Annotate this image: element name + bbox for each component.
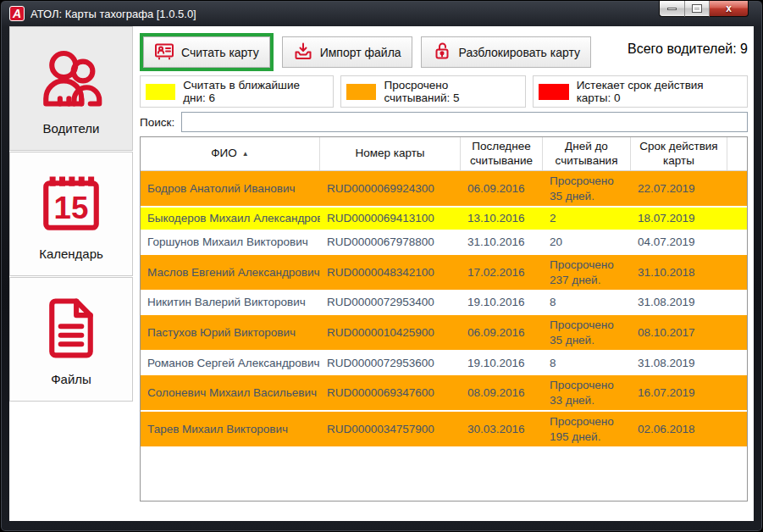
column-header-last-read[interactable]: Последнее считывание: [461, 137, 543, 170]
cell-last: 31.10.2016: [461, 231, 543, 253]
cell-expiry: 22.07.2019: [631, 171, 727, 206]
sidebar-item-calendar[interactable]: 15 Календарь: [9, 152, 133, 276]
search-bar: Поиск:: [140, 112, 748, 132]
column-header-card[interactable]: Номер карты: [320, 137, 461, 170]
cell-filler: [727, 231, 747, 253]
cell-expiry: 31.10.2018: [631, 255, 727, 290]
id-card-icon: [154, 41, 174, 64]
legend: Считать в ближайшие дни: 6 Просрочено сч…: [140, 75, 748, 108]
sort-asc-icon: ▲: [242, 150, 249, 158]
table-row[interactable]: Пастухов Юрий ВикторовичRUD0000010425900…: [141, 315, 747, 350]
cell-filler: [727, 291, 747, 313]
import-icon: [293, 41, 313, 64]
drivers-icon: [36, 42, 107, 116]
unlock-card-button[interactable]: Разблокировать карту: [421, 36, 591, 68]
cell-last: 06.09.2016: [461, 315, 543, 350]
document-icon: [36, 292, 107, 367]
cell-days: 20: [543, 231, 631, 253]
cell-last: 17.02.2016: [461, 255, 543, 290]
legend-expiring: Истекает срок действия карты: 0: [533, 75, 748, 108]
titlebar[interactable]: A АТОЛ: Карты тахографа [1.0.5.0] x: [1, 1, 762, 26]
table-row[interactable]: Романов Сергей АлександровичRUD000007295…: [141, 352, 747, 374]
column-header-name[interactable]: ФИО ▲: [141, 137, 320, 170]
cell-filler: [727, 255, 747, 290]
sidebar-item-drivers[interactable]: Водители: [9, 26, 133, 151]
import-file-button[interactable]: Импорт файла: [282, 36, 412, 68]
cell-filler: [727, 352, 747, 374]
cell-days: Просрочено 195 дней.: [543, 412, 631, 446]
column-header-expiry[interactable]: Срок действия карты: [631, 137, 727, 170]
cell-filler: [727, 171, 747, 206]
sidebar: Водители 15 Календарь: [9, 26, 135, 521]
cell-card: RUD0000048342100: [320, 255, 461, 290]
table-row[interactable]: Горшунов Михаил ВикторовичRUD00000679788…: [141, 231, 747, 253]
cell-days: Просрочено 35 дней.: [543, 171, 631, 206]
toolbar: Считать карту Импорт файла: [140, 33, 748, 71]
cell-days: Просрочено 33 дней.: [543, 375, 631, 410]
client-area: Водители 15 Календарь: [9, 26, 754, 521]
cell-card: RUD0000072953400: [320, 291, 461, 313]
orange-swatch: [346, 84, 376, 100]
legend-upcoming-label: Считать в ближайшие дни: 6: [183, 79, 323, 104]
column-header-days[interactable]: Дней до считывания: [543, 137, 631, 170]
cell-card: RUD0000034757900: [320, 412, 461, 446]
read-card-label: Считать карту: [181, 46, 259, 59]
total-drivers: Всего водителей: 9: [628, 42, 748, 57]
cell-last: 19.10.2016: [461, 352, 543, 374]
cell-expiry: 08.10.2017: [631, 315, 727, 350]
highlight-frame: Считать карту: [140, 33, 274, 71]
sidebar-item-label: Водители: [43, 121, 100, 136]
unlock-icon: [432, 41, 452, 64]
svg-text:15: 15: [54, 191, 89, 225]
legend-upcoming: Считать в ближайшие дни: 6: [140, 75, 334, 108]
cell-days: 8: [543, 352, 631, 374]
maximize-icon: [693, 5, 701, 12]
cell-last: 30.03.2016: [461, 412, 543, 446]
table-row[interactable]: Солоневич Михаил ВасильевичRUD0000069347…: [141, 375, 747, 410]
cell-expiry: 18.07.2019: [631, 208, 727, 230]
cell-expiry: 16.07.2019: [631, 375, 727, 410]
cell-name: Быкодеров Михаил Александрович: [141, 208, 320, 230]
search-label: Поиск:: [140, 116, 174, 129]
column-header-filler: [727, 137, 747, 170]
cell-days: 2: [543, 208, 631, 230]
table-row[interactable]: Быкодеров Михаил АлександровичRUD0000069…: [141, 208, 747, 230]
minimize-button[interactable]: [659, 1, 684, 17]
cell-card: RUD0000010425900: [320, 315, 461, 350]
cell-expiry: 02.06.2018: [631, 412, 727, 446]
cell-name: Горшунов Михаил Викторович: [141, 231, 320, 253]
cell-card: RUD0000069413100: [320, 208, 461, 230]
cell-name: Никитин Валерий Викторович: [141, 291, 320, 313]
cell-filler: [727, 375, 747, 410]
main-content: Считать карту Импорт файла: [135, 26, 754, 521]
cell-card: RUD0000067978800: [320, 231, 461, 253]
cell-filler: [727, 208, 747, 230]
calendar-icon: 15: [36, 167, 107, 241]
cell-days: Просрочено 35 дней.: [543, 315, 631, 350]
search-input[interactable]: [181, 112, 748, 132]
unlock-card-label: Разблокировать карту: [459, 46, 580, 59]
sidebar-item-files[interactable]: Файлы: [9, 277, 133, 402]
cell-last: 08.09.2016: [461, 375, 543, 410]
minimize-icon: [667, 8, 677, 10]
caption-buttons: x: [659, 1, 749, 17]
cell-filler: [727, 315, 747, 350]
maximize-button[interactable]: [684, 1, 710, 17]
table-row[interactable]: Никитин Валерий ВикторовичRUD00000729534…: [141, 291, 747, 313]
cell-last: 19.10.2016: [461, 291, 543, 313]
app-logo-icon: A: [9, 6, 25, 21]
table-body: Бодров Анатолий ИвановичRUD0000069924300…: [141, 171, 747, 501]
window-title: АТОЛ: Карты тахографа [1.0.5.0]: [30, 8, 196, 20]
cell-expiry: 31.08.2019: [631, 291, 727, 313]
table-row[interactable]: Маслов Евгений АлександровичRUD000004834…: [141, 255, 747, 290]
cell-days: 8: [543, 291, 631, 313]
sidebar-item-label: Файлы: [51, 372, 91, 386]
close-icon: x: [726, 3, 732, 14]
table-row[interactable]: Бодров Анатолий ИвановичRUD0000069924300…: [141, 171, 747, 206]
read-card-button[interactable]: Считать карту: [143, 36, 270, 68]
legend-overdue-label: Просрочено считываний: 5: [384, 79, 516, 104]
table-row[interactable]: Тарев Михаил ВикторовичRUD00000347579003…: [141, 412, 747, 446]
cell-name: Романов Сергей Александрович: [141, 352, 320, 374]
close-button[interactable]: x: [710, 1, 749, 17]
yellow-swatch: [146, 84, 175, 100]
